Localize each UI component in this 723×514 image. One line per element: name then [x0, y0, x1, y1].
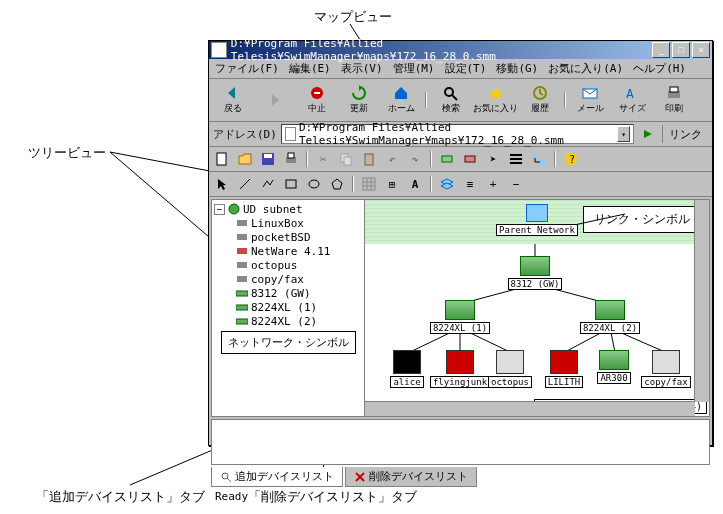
minimize-button[interactable]: _ — [652, 42, 670, 58]
switch-icon — [595, 300, 625, 320]
tree-view[interactable]: − UD subnet LinuxBox pocketBSD NetWare 4… — [212, 200, 365, 416]
host-node[interactable]: AR300 — [591, 350, 637, 384]
stop-button[interactable]: 中止 — [297, 82, 337, 118]
address-field[interactable]: D:¥Program Files¥Allied Telesis¥SwimMana… — [281, 124, 634, 144]
links-button[interactable]: リンク — [662, 125, 708, 143]
menu-edit[interactable]: 編集(E) — [289, 61, 331, 76]
back-button[interactable]: 戻る — [213, 82, 253, 118]
device-list-pane[interactable] — [211, 419, 710, 465]
address-dropdown[interactable]: ▾ — [617, 126, 630, 142]
menu-settings[interactable]: 設定(T) — [445, 61, 487, 76]
callout-add-tab: 「追加デバイスリスト」タブ — [36, 488, 205, 506]
address-bar: アドレス(D) D:¥Program Files¥Allied Telesis¥… — [209, 122, 712, 147]
pointer-icon[interactable] — [212, 174, 232, 194]
new-icon[interactable] — [212, 149, 232, 169]
maximize-button[interactable]: □ — [672, 42, 690, 58]
window-title: D:¥Program Files¥Allied Telesis¥SwimMana… — [231, 37, 651, 63]
open-icon[interactable] — [235, 149, 255, 169]
list-icon[interactable] — [506, 149, 526, 169]
switch1-node[interactable]: 8224XL (1) — [432, 300, 488, 334]
host-node[interactable]: octopus — [487, 350, 533, 388]
map-view[interactable]: リンク・シンボル Parent Network 8312 (GW) 8224XL… — [365, 200, 709, 416]
help-icon[interactable]: ? — [561, 149, 581, 169]
horizontal-scrollbar[interactable] — [365, 401, 695, 416]
tree-item[interactable]: pocketBSD — [214, 230, 362, 244]
tree-icon[interactable] — [529, 149, 549, 169]
tree-item[interactable]: octopus — [214, 258, 362, 272]
menu-go[interactable]: 移動(G) — [496, 61, 538, 76]
app-window: D:¥Program Files¥Allied Telesis¥SwimMana… — [208, 40, 713, 446]
copy-icon[interactable] — [336, 149, 356, 169]
tree-item[interactable]: NetWare 4.11 — [214, 244, 362, 258]
search-button[interactable]: 検索 — [431, 82, 471, 118]
line-icon[interactable] — [235, 174, 255, 194]
tree-item[interactable]: 8312 (GW) — [214, 286, 362, 300]
align-icon[interactable]: ≡ — [460, 174, 480, 194]
close-button[interactable]: × — [692, 42, 710, 58]
polyline-icon[interactable] — [258, 174, 278, 194]
size-button[interactable]: Aサイズ — [612, 82, 652, 118]
host-node[interactable]: flyingjunk — [433, 350, 487, 388]
menu-file[interactable]: ファイル(F) — [215, 61, 279, 76]
tree-root[interactable]: − UD subnet — [214, 202, 362, 216]
svg-rect-46 — [236, 305, 248, 310]
zoom-out-icon[interactable]: − — [506, 174, 526, 194]
tree-item[interactable]: 8224XL (1) — [214, 300, 362, 314]
tabs: 追加デバイスリスト 削除デバイスリスト — [211, 467, 710, 487]
host-node[interactable]: alice — [382, 350, 432, 388]
arrow-icon[interactable]: ➤ — [483, 149, 503, 169]
vertical-scrollbar[interactable] — [694, 200, 709, 402]
redo-icon[interactable]: ↷ — [405, 149, 425, 169]
pc-icon — [550, 350, 578, 374]
refresh-button[interactable]: 更新 — [339, 82, 379, 118]
print-button[interactable]: 印刷 — [654, 82, 694, 118]
tree-item[interactable]: LinuxBox — [214, 216, 362, 230]
text-icon[interactable]: A — [405, 174, 425, 194]
home-button[interactable]: ホーム — [381, 82, 421, 118]
host-node[interactable]: copy/fax — [641, 350, 691, 388]
menu-view[interactable]: 表示(V) — [341, 61, 383, 76]
go-button[interactable] — [638, 124, 658, 144]
tree-item[interactable]: 8224XL (2) — [214, 314, 362, 328]
svg-rect-13 — [670, 87, 678, 92]
svg-rect-18 — [288, 153, 294, 158]
forward-button[interactable] — [255, 82, 295, 118]
favorites-button[interactable]: お気に入り — [473, 82, 518, 118]
status-bar: Ready — [209, 487, 712, 505]
paste-icon[interactable] — [359, 149, 379, 169]
history-button[interactable]: 履歴 — [520, 82, 560, 118]
switch2-node[interactable]: 8224XL (2) — [582, 300, 638, 334]
parent-network-node[interactable]: Parent Network — [507, 204, 567, 236]
cut-icon[interactable]: ✂ — [313, 149, 333, 169]
snap-icon[interactable]: ⊞ — [382, 174, 402, 194]
rect-icon[interactable] — [281, 174, 301, 194]
layer-icon[interactable] — [437, 174, 457, 194]
mail-button[interactable]: メール — [570, 82, 610, 118]
svg-rect-41 — [237, 234, 247, 240]
collapse-icon[interactable]: − — [214, 204, 225, 215]
titlebar[interactable]: D:¥Program Files¥Allied Telesis¥SwimMana… — [209, 41, 712, 59]
menu-help[interactable]: ヘルプ(H) — [633, 61, 686, 76]
svg-rect-47 — [236, 319, 248, 324]
grid-icon[interactable] — [359, 174, 379, 194]
ellipse-icon[interactable] — [304, 174, 324, 194]
gateway-node[interactable]: 8312 (GW) — [507, 256, 563, 290]
tab-add-devices[interactable]: 追加デバイスリスト — [211, 467, 343, 487]
save-icon[interactable] — [258, 149, 278, 169]
device-remove-icon[interactable] — [460, 149, 480, 169]
svg-rect-23 — [465, 156, 475, 162]
tree-item[interactable]: copy/fax — [214, 272, 362, 286]
svg-line-1 — [110, 152, 215, 172]
print-icon[interactable] — [281, 149, 301, 169]
svg-line-60 — [227, 478, 231, 482]
menu-favorites[interactable]: お気に入り(A) — [548, 61, 623, 76]
undo-icon[interactable]: ↶ — [382, 149, 402, 169]
svg-rect-25 — [510, 158, 522, 160]
switch-icon — [236, 315, 248, 327]
polygon-icon[interactable] — [327, 174, 347, 194]
menu-manage[interactable]: 管理(M) — [393, 61, 435, 76]
device-add-icon[interactable] — [437, 149, 457, 169]
tab-del-devices[interactable]: 削除デバイスリスト — [345, 467, 477, 487]
host-node[interactable]: LILITH — [541, 350, 587, 388]
zoom-in-icon[interactable]: + — [483, 174, 503, 194]
